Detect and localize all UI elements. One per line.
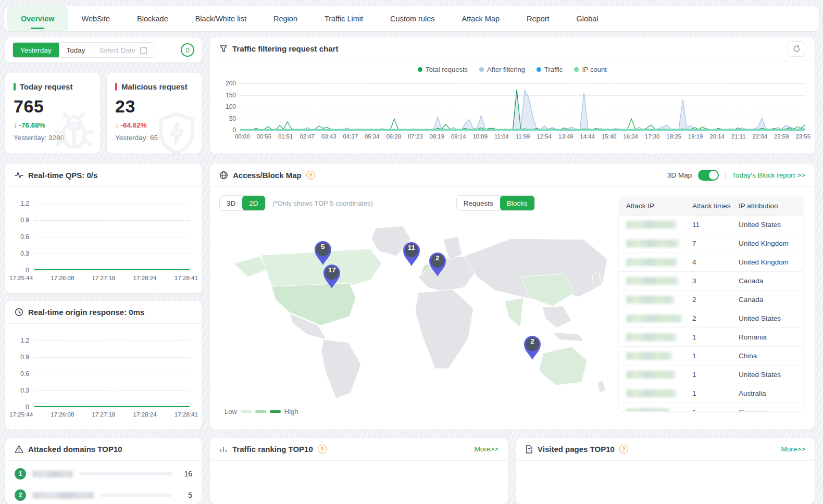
visited-pages-more-link[interactable]: More>> <box>781 445 805 453</box>
marker-count: 5 <box>313 243 333 250</box>
nav-tab-black-white-list[interactable]: Black/White list <box>182 6 260 31</box>
attack-table-row[interactable]: 1Australia <box>619 384 803 403</box>
today-button[interactable]: Today <box>59 43 93 57</box>
refresh-button[interactable] <box>788 41 805 57</box>
todays-block-report-link[interactable]: Today's Block report >> <box>732 171 805 179</box>
attack-table-column-0: Attack IP <box>626 202 692 210</box>
attacked-domain-row[interactable]: 25 <box>5 487 202 503</box>
attack-table-row[interactable]: 1China <box>619 347 803 366</box>
x-tick-label: 08:19 <box>430 133 445 140</box>
legend-item-traffic[interactable]: Traffic <box>537 66 563 73</box>
blocks-button[interactable]: Blocks <box>500 196 534 210</box>
attack-times-cell: 1 <box>692 352 739 360</box>
y-tick-label: 0.3 <box>9 250 29 257</box>
yesterday-button[interactable]: Yesterday <box>13 43 59 57</box>
attack-times-cell: 4 <box>692 258 739 266</box>
x-tick-label: 20:14 <box>709 133 725 140</box>
marker-count: 11 <box>401 244 422 251</box>
attack-table-row[interactable]: 1Germany <box>619 403 803 411</box>
bar-chart-icon <box>219 445 228 453</box>
redacted-ip <box>626 333 676 341</box>
gridline-1.2 <box>34 204 190 204</box>
access-block-map-title: Access/Block Map <box>233 171 302 180</box>
attack-table-column-1: Attack times <box>692 202 739 210</box>
3d-map-toggle[interactable] <box>698 170 719 181</box>
redacted-domain <box>32 471 73 477</box>
world-map[interactable]: 5171122 <box>219 219 613 404</box>
domain-attack-count: 16 <box>179 470 192 478</box>
redacted-domain <box>32 492 94 499</box>
legend-item-after-filtering[interactable]: After filtering <box>479 66 525 73</box>
realtime-qps-title: Real-time QPS: 0/s <box>28 171 97 180</box>
attack-times-cell: 2 <box>692 314 739 322</box>
x-tick-label: 21:11 <box>731 133 746 140</box>
x-tick-label: 16:34 <box>623 133 638 140</box>
nav-tab-traffic-limit[interactable]: Traffic Limit <box>311 6 377 31</box>
map-marker-australia[interactable]: 2 <box>522 334 543 360</box>
legend-item-total-requests[interactable]: Total requests <box>418 66 468 73</box>
attack-table-row[interactable]: 1Romania <box>619 328 803 347</box>
origin-response-title: Real-time origin response: 0ms <box>28 308 144 317</box>
attack-table-row[interactable]: 3Canada <box>619 272 803 291</box>
map-marker-united-states[interactable]: 17 <box>321 263 342 289</box>
toggle-knob <box>709 171 718 180</box>
traffic-chart-plot <box>240 83 805 130</box>
traffic-series-svg <box>240 83 805 130</box>
nav-tab-blockade[interactable]: Blockade <box>123 6 182 31</box>
traffic-ranking-help-icon[interactable]: ? <box>318 445 327 453</box>
attack-table-row[interactable]: 2United States <box>619 309 803 328</box>
map-help-icon[interactable]: ? <box>306 171 315 180</box>
attack-table-row[interactable]: 11United States <box>619 216 803 234</box>
nav-tab-attack-map[interactable]: Attack Map <box>448 6 514 31</box>
nav-tab-overview[interactable]: Overview <box>7 6 68 31</box>
requests-button[interactable]: Requests <box>457 196 500 210</box>
redacted-ip <box>626 221 676 229</box>
attack-times-cell: 7 <box>692 240 739 247</box>
ip-attribution-cell: Romania <box>739 333 803 341</box>
attacked-domains-title: Attacked domains TOP10 <box>28 445 122 453</box>
x-tick-label: 00:55 <box>257 133 272 140</box>
legend-dash-mid <box>255 410 266 413</box>
clock-icon <box>15 308 23 317</box>
flat-zero-line <box>34 406 190 407</box>
red-accent-bar <box>115 83 117 91</box>
map-density-legend: Low High <box>225 408 298 415</box>
green-accent-bar <box>14 83 16 91</box>
visited-pages-help-icon[interactable]: ? <box>619 445 628 453</box>
attacked-domain-row[interactable]: 116 <box>5 465 202 482</box>
nav-tab-custom-rules[interactable]: Custom rules <box>377 6 448 31</box>
dimension-switch: 3D 2D <box>219 195 266 211</box>
attack-times-cell: 1 <box>692 333 739 341</box>
map-marker-canada[interactable]: 5 <box>313 240 333 266</box>
attack-table-row[interactable]: 7United Kingdom <box>619 234 803 253</box>
traffic-chart-x-axis: 00:0000:5501:5102:4703:4304:3705:3406:28… <box>235 133 810 140</box>
marker-count: 2 <box>427 254 448 262</box>
x-tick-label: 17:26:08 <box>51 411 74 418</box>
traffic-ranking-more-link[interactable]: More>> <box>474 445 498 453</box>
legend-item-ip-count[interactable]: IP count <box>574 66 606 73</box>
attack-table-row[interactable]: 2Canada <box>619 291 803 309</box>
legend-low-label: Low <box>225 408 237 415</box>
select-date-input[interactable]: Select Date <box>93 43 154 57</box>
gridline-0.6 <box>34 237 190 237</box>
nav-tab-report[interactable]: Report <box>513 6 563 31</box>
visited-pages-title: Visited pages TOP10 <box>538 445 615 453</box>
attack-table-row[interactable]: 4United Kingdom <box>619 253 803 272</box>
legend-dot <box>574 67 579 72</box>
legend-dot <box>418 67 422 72</box>
x-tick-label: 09:14 <box>451 133 466 140</box>
nav-tab-global[interactable]: Global <box>563 6 612 31</box>
y-tick-label: 100 <box>213 103 236 110</box>
attack-table-row[interactable]: 1United States <box>619 366 803 384</box>
nav-tab-region[interactable]: Region <box>260 6 311 31</box>
attacked-domains-header: Attacked domains TOP10 <box>5 438 202 461</box>
nav-tab-website[interactable]: WebSite <box>68 6 124 31</box>
3d-button[interactable]: 3D <box>220 196 242 210</box>
x-tick-label: 17:28:24 <box>133 411 157 418</box>
rank-badge: 2 <box>15 489 26 501</box>
attack-times-cell: 1 <box>692 389 739 397</box>
map-marker-united-kingdom[interactable]: 11 <box>401 241 422 267</box>
redacted-ip <box>626 371 675 379</box>
2d-button[interactable]: 2D <box>242 196 265 210</box>
map-marker-eastern-europe[interactable]: 2 <box>427 251 448 277</box>
